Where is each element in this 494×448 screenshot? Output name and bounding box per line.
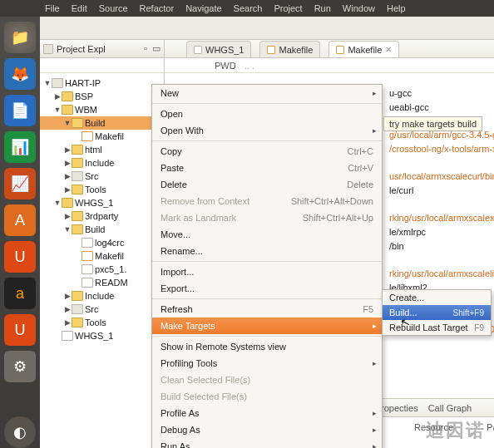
tree-3rdparty[interactable]: ▶3rdparty [40,209,164,223]
minimize-icon[interactable]: ▫ [144,43,147,54]
ctx-delete[interactable]: DeleteDelete [152,176,382,193]
firefox-icon[interactable]: 🦊 [4,58,36,90]
tree-log4crc[interactable]: log4crc [40,236,164,249]
ctx-refresh[interactable]: RefreshF5 [152,301,382,318]
ctx-profiling-tools[interactable]: Profiling Tools▸ [152,355,382,372]
watermark: 迪因诺 [426,418,486,443]
ctx-open-with[interactable]: Open With▸ [152,122,382,139]
col-path[interactable]: Path [487,422,494,432]
tree-tools[interactable]: ▶Tools [40,183,164,196]
tree-html[interactable]: ▶html [40,143,164,156]
ctx-remove-context: Remove from ContextShift+Ctrl+Alt+Down [152,193,382,209]
tree-makefile-b[interactable]: Makefil [40,249,164,263]
tree-whgs1[interactable]: ▼WHGS_1 [40,196,164,209]
context-menu[interactable]: New▸ Open Open With▸ CopyCtrl+C PasteCtr… [151,84,383,448]
tab-callgraph[interactable]: Call Graph [428,403,472,413]
sub-rebuild-last[interactable]: Rebuild Last TargetF9 [383,320,491,335]
update-icon[interactable]: U [4,314,36,346]
tree-pxc5[interactable]: pxc5_1. [40,263,164,276]
outline-breadcrumb[interactable]: PWD .. . [165,58,494,73]
menu-navigate[interactable]: Navigate [185,3,221,13]
ctx-mark-landmark: Mark as LandmarkShift+Ctrl+Alt+Up [152,209,382,226]
tree-whgs1b[interactable]: WHGS_1 [40,329,164,342]
ctx-import[interactable]: Import... [152,263,382,280]
software-icon[interactable]: A [4,204,36,236]
ctx-copy[interactable]: CopyCtrl+C [152,143,382,160]
close-icon[interactable]: ✕ [385,45,392,54]
calc-icon[interactable]: 📊 [4,131,36,163]
sub-create[interactable]: Create... [383,290,491,305]
project-explorer-title: Project Expl [57,44,106,54]
ctx-open[interactable]: Open [152,106,382,122]
ubuntu-sc-icon[interactable]: U [4,241,36,273]
tree-src[interactable]: ▶Src [40,170,164,183]
main-toolbar[interactable] [40,17,494,40]
tree-tools2[interactable]: ▶Tools [40,316,164,329]
project-explorer-view: Project Expl ▫ ▭ ▼HART-IP ▶BSP ▼WBM ▼Bui… [40,40,165,448]
menu-edit[interactable]: Edit [72,3,87,13]
tree-build[interactable]: ▼Build [40,116,164,130]
breadcrumb-item[interactable]: PWD [215,61,236,71]
ctx-debug-as[interactable]: Debug As▸ [152,421,382,438]
ctx-build-selected: Build Selected File(s) [152,388,382,405]
breadcrumb-dots: .. . [245,61,254,71]
nautilus-icon[interactable]: 📁 [4,22,36,53]
menu-source[interactable]: Source [99,3,128,13]
tree-include2[interactable]: ▶Include [40,289,164,303]
ctx-run-as[interactable]: Run As▸ [152,438,382,448]
show-apps-icon[interactable]: ◐ [4,416,36,448]
ctx-profile-as[interactable]: Profile As▸ [152,405,382,421]
writer-icon[interactable]: 📄 [4,95,36,126]
amazon-icon[interactable]: a [4,278,36,309]
tree-makefile-a[interactable]: Makefil [40,130,164,143]
editor-tabs[interactable]: WHGS_1 Makefile Makefile✕ [165,40,494,58]
tree-build2[interactable]: ▼Build [40,223,164,236]
settings-icon[interactable]: ⚙ [4,351,36,382]
project-explorer-titlebar[interactable]: Project Expl ▫ ▭ [40,40,164,58]
tab-properties[interactable]: ropecties [381,403,418,413]
project-explorer-toolbar[interactable] [40,58,164,73]
tab-makefile-2[interactable]: Makefile✕ [329,41,399,57]
project-explorer-icon [43,44,53,54]
tree-src2[interactable]: ▶Src [40,303,164,316]
ctx-clean-selected: Clean Selected File(s) [152,372,382,388]
tree-wbm[interactable]: ▼WBM [40,103,164,116]
menu-refactor[interactable]: Refactor [140,3,175,13]
tree-bsp[interactable]: ▶BSP [40,90,164,103]
tree-include[interactable]: ▶Include [40,156,164,170]
menu-run[interactable]: Run [314,3,331,13]
tooltip: try make targets build [383,116,482,131]
maximize-icon[interactable]: ▭ [152,43,161,54]
ctx-paste[interactable]: PasteCtrl+V [152,160,382,176]
ctx-rename[interactable]: Rename... [152,243,382,259]
ctx-make-targets[interactable]: Make Targets▸ [152,318,382,334]
menu-file[interactable]: File [45,3,60,13]
menu-help[interactable]: Help [387,3,406,13]
ctx-move[interactable]: Move... [152,226,382,243]
menu-window[interactable]: Window [343,3,375,13]
tab-whgs1[interactable]: WHGS_1 [186,41,251,57]
ubuntu-launcher: 📁 🦊 📄 📊 📈 A U a U ⚙ ◐ [0,17,40,448]
menu-search[interactable]: Search [234,3,263,13]
ctx-show-remote[interactable]: Show in Remote Systems view [152,338,382,355]
ctx-new[interactable]: New▸ [152,85,382,101]
menubar[interactable]: File Edit Source Refactor Navigate Searc… [0,0,494,17]
tree-readme[interactable]: READM [40,276,164,289]
make-targets-submenu[interactable]: Create... Build...Shift+F9 Rebuild Last … [382,289,492,336]
impress-icon[interactable]: 📈 [4,168,36,199]
menu-project[interactable]: Project [274,3,302,13]
tree-root[interactable]: ▼HART-IP [40,76,164,90]
tab-makefile-1[interactable]: Makefile [259,41,320,57]
ctx-export[interactable]: Export... [152,280,382,297]
project-tree[interactable]: ▼HART-IP ▶BSP ▼WBM ▼Build Makefil ▶html … [40,73,164,346]
